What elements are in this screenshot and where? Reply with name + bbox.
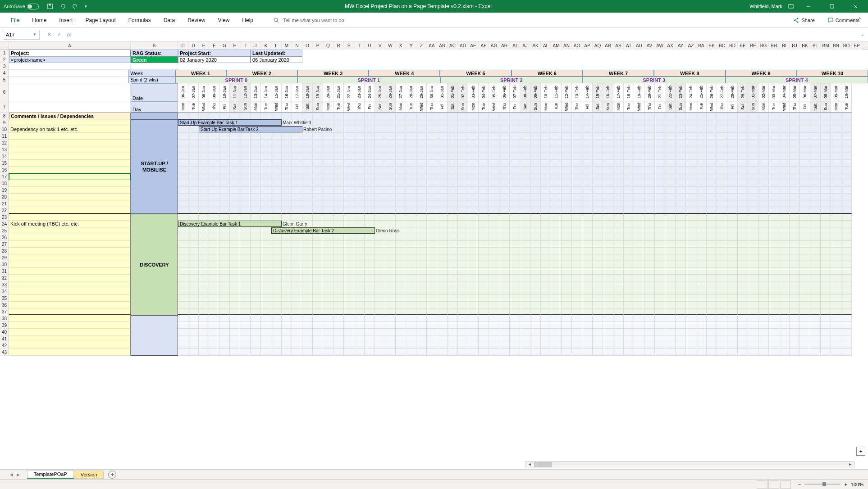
day-cell[interactable]: [458, 119, 468, 126]
day-cell[interactable]: [365, 187, 375, 194]
day-cell[interactable]: [769, 288, 779, 295]
day-cell[interactable]: [572, 335, 582, 342]
day-cell[interactable]: [510, 322, 520, 329]
day-cell[interactable]: [676, 113, 686, 119]
day-header[interactable]: Tue: [479, 101, 489, 113]
day-cell[interactable]: [489, 187, 499, 194]
day-cell[interactable]: [240, 146, 251, 153]
day-cell[interactable]: [821, 288, 831, 295]
day-cell[interactable]: [758, 167, 769, 173]
day-cell[interactable]: [634, 241, 644, 248]
day-cell[interactable]: [562, 180, 572, 187]
day-cell[interactable]: [302, 261, 313, 268]
row-header[interactable]: 1: [0, 50, 9, 56]
date-header[interactable]: 01-Feb: [448, 83, 458, 101]
day-cell[interactable]: [624, 322, 634, 329]
tab-home[interactable]: Home: [26, 13, 53, 27]
day-cell[interactable]: [790, 308, 800, 315]
day-cell[interactable]: [727, 119, 738, 126]
day-cell[interactable]: [841, 234, 852, 241]
day-cell[interactable]: [831, 342, 841, 349]
day-cell[interactable]: [841, 268, 852, 275]
day-cell[interactable]: [810, 261, 821, 268]
day-cell[interactable]: [416, 248, 427, 254]
day-cell[interactable]: [810, 308, 821, 315]
day-cell[interactable]: [717, 302, 727, 308]
day-cell[interactable]: [624, 308, 634, 315]
day-cell[interactable]: [758, 146, 769, 153]
day-cell[interactable]: [468, 160, 479, 167]
day-cell[interactable]: [779, 315, 790, 322]
day-cell[interactable]: [396, 187, 406, 194]
day-cell[interactable]: [292, 180, 302, 187]
day-cell[interactable]: [541, 221, 551, 227]
day-cell[interactable]: [375, 126, 385, 133]
day-cell[interactable]: [427, 302, 437, 308]
day-cell[interactable]: [344, 187, 354, 194]
day-cell[interactable]: [676, 133, 686, 140]
day-cell[interactable]: [717, 322, 727, 329]
day-cell[interactable]: [779, 126, 790, 133]
day-cell[interactable]: [769, 322, 779, 329]
day-label[interactable]: Day: [131, 101, 178, 113]
day-cell[interactable]: [779, 322, 790, 329]
day-cell[interactable]: [240, 173, 251, 180]
day-cell[interactable]: [489, 241, 499, 248]
day-cell[interactable]: [499, 146, 510, 153]
day-cell[interactable]: [520, 295, 530, 302]
day-cell[interactable]: [810, 214, 821, 221]
day-cell[interactable]: [261, 146, 271, 153]
day-cell[interactable]: [261, 281, 271, 288]
day-cell[interactable]: [727, 126, 738, 133]
day-cell[interactable]: [644, 295, 655, 302]
day-cell[interactable]: [727, 349, 738, 356]
day-cell[interactable]: [634, 268, 644, 275]
day-cell[interactable]: [758, 160, 769, 167]
day-cell[interactable]: [603, 214, 613, 221]
day-header[interactable]: Tue: [333, 101, 344, 113]
day-cell[interactable]: [644, 342, 655, 349]
day-cell[interactable]: [468, 315, 479, 322]
day-cell[interactable]: [665, 302, 676, 308]
day-cell[interactable]: [748, 261, 758, 268]
day-header[interactable]: Sat: [448, 101, 458, 113]
comment-cell[interactable]: Dependency on task 1 etc. etc.: [9, 126, 131, 133]
day-cell[interactable]: [821, 234, 831, 241]
day-cell[interactable]: [416, 275, 427, 281]
day-cell[interactable]: [800, 349, 810, 356]
day-cell[interactable]: [707, 281, 717, 288]
day-cell[interactable]: [779, 200, 790, 207]
date-header[interactable]: 03-Feb: [468, 83, 479, 101]
day-cell[interactable]: [510, 227, 520, 234]
day-cell[interactable]: [613, 315, 624, 322]
day-cell[interactable]: [396, 173, 406, 180]
day-cell[interactable]: [344, 167, 354, 173]
day-cell[interactable]: [758, 281, 769, 288]
day-cell[interactable]: [209, 322, 219, 329]
day-cell[interactable]: [582, 335, 593, 342]
day-cell[interactable]: [748, 187, 758, 194]
day-cell[interactable]: [323, 160, 333, 167]
day-cell[interactable]: [520, 315, 530, 322]
day-cell[interactable]: [665, 187, 676, 194]
day-cell[interactable]: [396, 153, 406, 160]
day-cell[interactable]: [707, 133, 717, 140]
day-cell[interactable]: [655, 180, 665, 187]
day-cell[interactable]: [644, 207, 655, 214]
day-cell[interactable]: [603, 119, 613, 126]
day-cell[interactable]: [748, 153, 758, 160]
day-cell[interactable]: [624, 335, 634, 342]
day-cell[interactable]: [831, 133, 841, 140]
day-cell[interactable]: [676, 315, 686, 322]
day-cell[interactable]: [520, 261, 530, 268]
day-cell[interactable]: [468, 335, 479, 342]
day-cell[interactable]: [758, 194, 769, 200]
scroll-thumb[interactable]: [534, 462, 552, 467]
day-cell[interactable]: [199, 295, 209, 302]
day-cell[interactable]: [510, 113, 520, 119]
day-cell[interactable]: [199, 194, 209, 200]
date-header[interactable]: 29-Jan: [416, 83, 427, 101]
column-header[interactable]: AH: [499, 41, 510, 50]
day-cell[interactable]: [219, 241, 230, 248]
day-cell[interactable]: [831, 261, 841, 268]
